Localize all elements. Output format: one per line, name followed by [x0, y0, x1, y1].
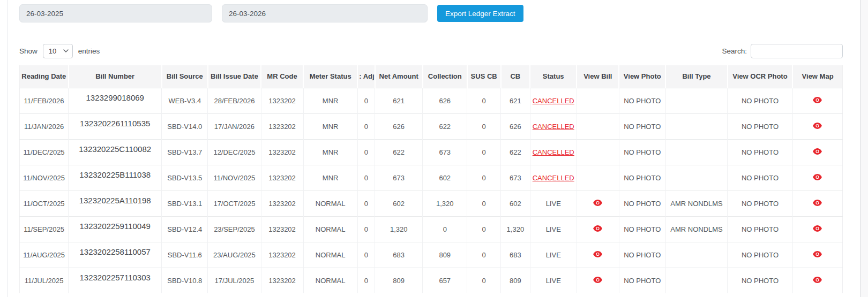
ledger-page: Export Ledger Extract Show 10 entries Se… — [19, 0, 843, 293]
bill-number-text: 132320225C110082 — [79, 144, 151, 154]
cell-adj: 0 — [357, 88, 375, 113]
view-map-eye-icon[interactable] — [813, 148, 822, 155]
column-header-meter-status[interactable]: Meter Status — [303, 65, 357, 88]
cell-bill-type — [665, 139, 727, 165]
cell-view-photo: NO PHOTO — [619, 139, 665, 165]
cell-view-map — [792, 139, 842, 165]
view-map-eye-icon[interactable] — [813, 200, 822, 206]
cell-bill-type — [665, 165, 727, 191]
cell-sus-cb: 0 — [467, 268, 501, 293]
column-header-bill-issue-date[interactable]: Bill Issue Date — [208, 65, 261, 88]
cell-reading-date: 11/FEB/2026 — [20, 88, 69, 113]
cell-adj: 0 — [357, 242, 375, 268]
cell-view-bill — [577, 113, 619, 139]
table-controls-row: Show 10 entries Search: — [19, 44, 843, 58]
cell-bill-number: 1323202257110303 — [69, 268, 162, 293]
vertical-scrollbar[interactable] — [860, 0, 868, 297]
column-header-bill-source[interactable]: Bill Source — [162, 65, 208, 88]
cell-sus-cb: 0 — [467, 139, 501, 165]
cell-bill-issue-date: 17/JUL/2025 — [208, 268, 261, 293]
view-map-eye-icon[interactable] — [813, 251, 822, 257]
export-ledger-extract-button[interactable]: Export Ledger Extract — [437, 5, 523, 22]
cell-mr-code: 1323202 — [261, 88, 303, 113]
cell-bill-issue-date: 12/DEC/2025 — [208, 139, 261, 165]
page-size-select[interactable]: 10 — [43, 44, 73, 58]
cell-adj: 0 — [357, 191, 375, 216]
search-input[interactable] — [751, 44, 843, 58]
view-bill-eye-icon[interactable] — [593, 251, 602, 257]
cell-view-bill — [577, 165, 619, 191]
cell-view-map — [792, 268, 842, 293]
view-map-eye-icon[interactable] — [813, 123, 822, 129]
bill-number-text: 1323202257110303 — [80, 273, 151, 282]
cell-status: CANCELLED — [530, 113, 577, 139]
cell-bill-type: AMR NONDLMS — [665, 191, 727, 216]
column-header-view-map[interactable]: View Map — [792, 65, 842, 88]
column-header-collection[interactable]: Collection — [423, 65, 467, 88]
cell-mr-code: 1323202 — [261, 165, 303, 191]
column-header-status[interactable]: Status — [530, 65, 577, 88]
cell-meter-status: NORMAL — [303, 242, 357, 268]
column-header-bill-number[interactable]: Bill Number — [69, 65, 162, 88]
column-header-adj[interactable]: : Adj — [357, 65, 375, 88]
cell-cb: 1,320 — [501, 216, 530, 242]
cell-net-amount: 809 — [375, 268, 423, 293]
column-header-view-ocr-photo[interactable]: View OCR Photo — [728, 65, 793, 88]
cell-status: CANCELLED — [530, 88, 577, 113]
column-header-mr-code[interactable]: MR Code — [261, 65, 303, 88]
status-cancelled-link[interactable]: CANCELLED — [533, 123, 574, 131]
cell-view-photo: NO PHOTO — [619, 268, 665, 293]
view-map-eye-icon[interactable] — [813, 277, 822, 283]
bill-number-text: 132320225A110198 — [79, 196, 151, 205]
cell-bill-number: 1323299018069 — [69, 88, 162, 113]
search-group: Search: — [722, 44, 843, 58]
cell-cb: 626 — [501, 113, 530, 139]
cell-collection: 626 — [423, 88, 467, 113]
cell-collection: 602 — [423, 165, 467, 191]
cell-status: CANCELLED — [530, 139, 577, 165]
view-map-eye-icon[interactable] — [813, 174, 822, 180]
status-cancelled-link[interactable]: CANCELLED — [533, 97, 574, 105]
table-row: 11/FEB/20261323299018069WEB-V3.428/FEB/2… — [20, 88, 843, 113]
cell-view-photo: NO PHOTO — [619, 242, 665, 268]
column-header-view-photo[interactable]: View Photo — [619, 65, 665, 88]
cell-view-map — [792, 165, 842, 191]
column-header-reading-date[interactable]: Reading Date — [20, 65, 69, 88]
cell-bill-source: SBD-V13.5 — [162, 165, 208, 191]
column-header-cb[interactable]: CB — [501, 65, 530, 88]
view-map-eye-icon[interactable] — [813, 225, 822, 232]
cell-bill-issue-date: 17/OCT/2025 — [208, 191, 261, 216]
cell-bill-issue-date: 23/AUG/2025 — [208, 242, 261, 268]
view-bill-eye-icon[interactable] — [593, 200, 602, 206]
search-label: Search: — [722, 47, 747, 55]
cell-view-bill — [577, 191, 619, 216]
to-date-input[interactable] — [222, 4, 428, 22]
status-cancelled-link[interactable]: CANCELLED — [533, 148, 574, 156]
column-header-bill-type[interactable]: Bill Type — [665, 65, 727, 88]
cell-sus-cb: 0 — [467, 242, 501, 268]
cell-view-ocr-photo: NO PHOTO — [728, 216, 793, 242]
table-row: 11/AUG/20251323202258110057SBD-V11.623/A… — [20, 242, 843, 268]
cell-net-amount: 673 — [375, 165, 423, 191]
column-header-view-bill[interactable]: View Bill — [577, 65, 619, 88]
status-cancelled-link[interactable]: CANCELLED — [533, 174, 574, 182]
from-date-input[interactable] — [19, 4, 212, 22]
cell-cb: 602 — [501, 191, 530, 216]
cell-net-amount: 1,320 — [375, 216, 423, 242]
bill-number-text: 132320225B111038 — [79, 170, 151, 179]
cell-bill-issue-date: 28/FEB/2026 — [208, 88, 261, 113]
view-bill-eye-icon[interactable] — [593, 277, 602, 283]
cell-net-amount: 621 — [375, 88, 423, 113]
column-header-net-amount[interactable]: Net Amount — [375, 65, 423, 88]
cell-net-amount: 683 — [375, 242, 423, 268]
cell-sus-cb: 0 — [467, 165, 501, 191]
cell-view-ocr-photo: NO PHOTO — [728, 139, 793, 165]
view-bill-eye-icon[interactable] — [593, 225, 602, 232]
view-map-eye-icon[interactable] — [813, 97, 822, 103]
cell-status: LIVE — [530, 216, 577, 242]
cell-cb: 622 — [501, 139, 530, 165]
table-row: 11/JAN/20261323202261110535SBD-V14.017/J… — [20, 113, 843, 139]
ledger-table: Reading DateBill NumberBill SourceBill I… — [19, 65, 843, 293]
page-size-value: 10 — [49, 47, 56, 55]
column-header-sus-cb[interactable]: SUS CB — [467, 65, 501, 88]
